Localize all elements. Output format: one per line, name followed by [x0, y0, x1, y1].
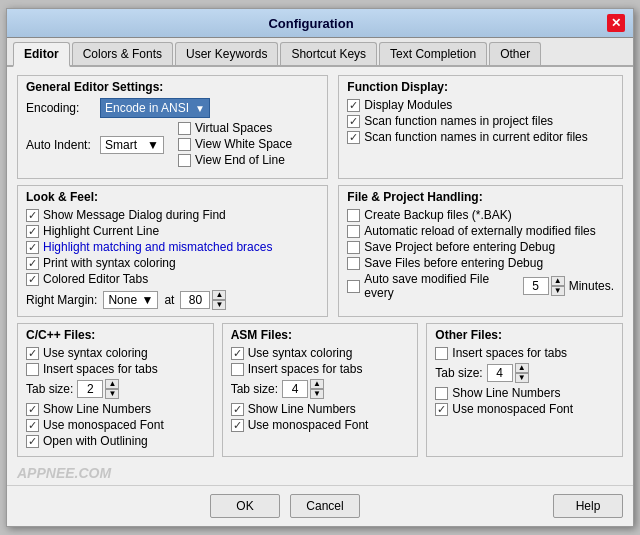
print-syntax-checkbox[interactable]: [26, 257, 39, 270]
asm-monospaced-row: Use monospaced Font: [231, 418, 410, 432]
cpp-monospaced-label: Use monospaced Font: [43, 418, 164, 432]
right-margin-row: Right Margin: None ▼ at ▲ ▼: [26, 290, 319, 310]
tab-text-completion[interactable]: Text Completion: [379, 42, 487, 65]
save-files-checkbox[interactable]: [347, 257, 360, 270]
tab-editor[interactable]: Editor: [13, 42, 70, 67]
lf-item-4: Colored Editor Tabs: [26, 272, 319, 286]
function-display-title: Function Display:: [347, 80, 614, 94]
asm-monospaced-checkbox[interactable]: [231, 419, 244, 432]
auto-indent-label: Auto Indent:: [26, 138, 96, 152]
asm-monospaced-label: Use monospaced Font: [248, 418, 369, 432]
tab-shortcut-keys[interactable]: Shortcut Keys: [280, 42, 377, 65]
footer: OK Cancel Help: [7, 485, 633, 526]
auto-save-down[interactable]: ▼: [551, 286, 565, 296]
at-value-input[interactable]: [180, 291, 210, 309]
encoding-arrow-icon: ▼: [195, 103, 205, 114]
help-button[interactable]: Help: [553, 494, 623, 518]
tab-user-keywords[interactable]: User Keywords: [175, 42, 278, 65]
tab-other[interactable]: Other: [489, 42, 541, 65]
function-display-section: Function Display: Display Modules Scan f…: [338, 75, 623, 179]
cpp-tab-size-label: Tab size:: [26, 382, 73, 396]
auto-reload-label: Automatic reload of externally modified …: [364, 224, 595, 238]
display-modules-label: Display Modules: [364, 98, 452, 112]
print-syntax-label: Print with syntax coloring: [43, 256, 176, 270]
other-line-numbers-label: Show Line Numbers: [452, 386, 560, 400]
colored-editor-tabs-checkbox[interactable]: [26, 273, 39, 286]
fp-item-1: Automatic reload of externally modified …: [347, 224, 614, 238]
other-line-numbers-checkbox[interactable]: [435, 387, 448, 400]
right-margin-dropdown[interactable]: None ▼: [103, 291, 158, 309]
other-files-section: Other Files: Insert spaces for tabs Tab …: [426, 323, 623, 457]
view-end-of-line-label: View End of Line: [195, 153, 285, 167]
asm-tab-size-row: Tab size: ▲ ▼: [231, 379, 410, 399]
general-editor-title: General Editor Settings:: [26, 80, 319, 94]
cpp-outlining-checkbox[interactable]: [26, 435, 39, 448]
show-msg-dialog-checkbox[interactable]: [26, 209, 39, 222]
fp-item-2: Save Project before entering Debug: [347, 240, 614, 254]
auto-save-value-input[interactable]: [523, 277, 549, 295]
cpp-line-numbers-checkbox[interactable]: [26, 403, 39, 416]
at-spinner-up[interactable]: ▲: [212, 290, 226, 300]
other-monospaced-checkbox[interactable]: [435, 403, 448, 416]
cpp-insert-spaces-checkbox[interactable]: [26, 363, 39, 376]
right-margin-label: Right Margin:: [26, 293, 97, 307]
scan-project-label: Scan function names in project files: [364, 114, 553, 128]
other-tab-spinner: ▲ ▼: [487, 363, 529, 383]
view-white-space-checkbox[interactable]: [178, 138, 191, 151]
create-backup-checkbox[interactable]: [347, 209, 360, 222]
cpp-syntax-label: Use syntax coloring: [43, 346, 148, 360]
asm-tab-up[interactable]: ▲: [310, 379, 324, 389]
content-area: General Editor Settings: Encoding: Encod…: [7, 67, 633, 463]
view-white-space-row: View White Space: [178, 137, 292, 151]
close-button[interactable]: ✕: [607, 14, 625, 32]
cpp-tab-up[interactable]: ▲: [105, 379, 119, 389]
cpp-line-numbers-label: Show Line Numbers: [43, 402, 151, 416]
watermark: APPNEE.COM: [7, 463, 633, 485]
highlight-braces-checkbox[interactable]: [26, 241, 39, 254]
asm-tab-down[interactable]: ▼: [310, 389, 324, 399]
auto-reload-checkbox[interactable]: [347, 225, 360, 238]
auto-save-checkbox[interactable]: [347, 280, 360, 293]
asm-insert-spaces-checkbox[interactable]: [231, 363, 244, 376]
auto-indent-dropdown[interactable]: Smart ▼: [100, 136, 164, 154]
display-modules-checkbox[interactable]: [347, 99, 360, 112]
scan-project-checkbox[interactable]: [347, 115, 360, 128]
other-tab-value-input[interactable]: [487, 364, 513, 382]
cpp-tab-value-input[interactable]: [77, 380, 103, 398]
virtual-spaces-checkbox[interactable]: [178, 122, 191, 135]
general-editor-section: General Editor Settings: Encoding: Encod…: [17, 75, 328, 179]
asm-syntax-checkbox[interactable]: [231, 347, 244, 360]
file-project-section: File & Project Handling: Create Backup f…: [338, 185, 623, 317]
other-insert-spaces-checkbox[interactable]: [435, 347, 448, 360]
view-end-of-line-row: View End of Line: [178, 153, 292, 167]
encoding-dropdown[interactable]: Encode in ANSI ▼: [100, 98, 210, 118]
cpp-tab-down[interactable]: ▼: [105, 389, 119, 399]
view-end-of-line-checkbox[interactable]: [178, 154, 191, 167]
other-insert-spaces-label: Insert spaces for tabs: [452, 346, 567, 360]
ok-button[interactable]: OK: [210, 494, 280, 518]
footer-inner: OK Cancel Help: [17, 494, 623, 518]
at-spinner-down[interactable]: ▼: [212, 300, 226, 310]
auto-save-up[interactable]: ▲: [551, 276, 565, 286]
other-tab-up[interactable]: ▲: [515, 363, 529, 373]
colored-editor-tabs-label: Colored Editor Tabs: [43, 272, 148, 286]
scan-editor-label: Scan function names in current editor fi…: [364, 130, 587, 144]
cancel-button[interactable]: Cancel: [290, 494, 360, 518]
asm-line-numbers-checkbox[interactable]: [231, 403, 244, 416]
highlight-current-checkbox[interactable]: [26, 225, 39, 238]
other-files-title: Other Files:: [435, 328, 614, 342]
virtual-checks-group: Virtual Spaces View White Space View End…: [178, 121, 292, 169]
save-project-checkbox[interactable]: [347, 241, 360, 254]
cpp-syntax-checkbox[interactable]: [26, 347, 39, 360]
cpp-monospaced-checkbox[interactable]: [26, 419, 39, 432]
auto-indent-value: Smart: [105, 138, 137, 152]
tab-colors-fonts[interactable]: Colors & Fonts: [72, 42, 173, 65]
encoding-value: Encode in ANSI: [105, 101, 189, 115]
other-tab-spinner-buttons: ▲ ▼: [515, 363, 529, 383]
asm-files-section: ASM Files: Use syntax coloring Insert sp…: [222, 323, 419, 457]
asm-tab-value-input[interactable]: [282, 380, 308, 398]
other-tab-down[interactable]: ▼: [515, 373, 529, 383]
encoding-label: Encoding:: [26, 101, 96, 115]
auto-save-spinner: ▲ ▼: [523, 276, 565, 296]
scan-editor-checkbox[interactable]: [347, 131, 360, 144]
